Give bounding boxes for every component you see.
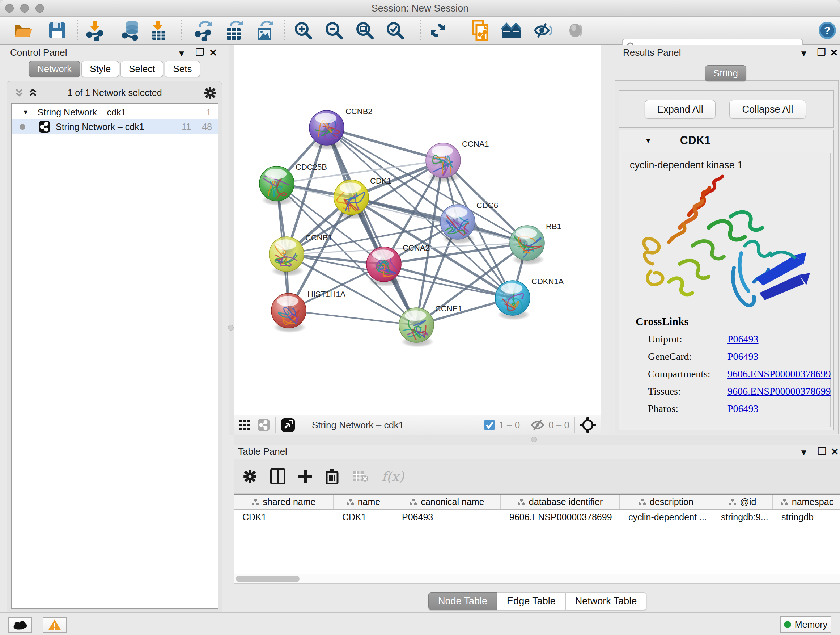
grid-view-icon[interactable] [238, 419, 251, 431]
results-panel-close-button[interactable]: ✕ [830, 47, 838, 59]
tab-select[interactable]: Select [120, 61, 163, 77]
table-panel-menu-arrow[interactable]: ▼ [799, 448, 808, 458]
string-home-button[interactable] [501, 20, 521, 41]
node-HIST1H1A[interactable]: HIST1H1A [271, 290, 346, 333]
birdseye-view-icon[interactable] [281, 418, 295, 432]
crosslink-link[interactable]: 9606.ENSP00000378699 [728, 386, 831, 397]
edge-CCNE1-HIST1H1A[interactable] [289, 310, 416, 325]
column-header-database-identifier[interactable]: database identifier [501, 494, 620, 509]
node-CCNB2[interactable]: CCNB2 [309, 107, 373, 150]
tab-network[interactable]: Network [29, 61, 80, 77]
cdk1-section-header[interactable]: ▼ CDK1 [619, 130, 834, 150]
table-cell[interactable]: 9606.ENSP00000378699 [501, 510, 620, 524]
open-session-button[interactable] [13, 20, 34, 41]
zoom-selected-button[interactable] [385, 20, 405, 41]
refresh-button[interactable] [428, 20, 448, 41]
tree-expand-arrow-icon[interactable]: ▼ [22, 109, 29, 116]
crosslink-link[interactable]: P06493 [728, 351, 759, 362]
add-column-icon[interactable] [298, 469, 313, 484]
table-hscrollbar-thumb[interactable] [236, 576, 300, 582]
export-image-button[interactable] [254, 20, 275, 41]
cloud-button[interactable] [8, 617, 32, 633]
table-panel-close-button[interactable]: ✕ [831, 446, 839, 458]
left-splitter[interactable] [229, 45, 234, 435]
table-cell[interactable]: CDK1 [333, 510, 393, 524]
node-CDKN1A[interactable]: CDKN1A [495, 277, 564, 320]
help-button[interactable]: ? [817, 20, 837, 41]
tab-edge-table[interactable]: Edge Table [497, 592, 565, 610]
crosslink-label: Tissues: [648, 386, 728, 397]
crosslink-link[interactable]: P06493 [728, 333, 759, 345]
delete-column-icon[interactable] [325, 469, 339, 485]
tab-string[interactable]: String [705, 65, 746, 81]
bottom-splitter-handle[interactable] [531, 437, 537, 442]
import-database-button[interactable] [121, 20, 141, 41]
network-collection-row[interactable]: ▼ String Network – cdk1 1 [11, 105, 218, 119]
node-RB1[interactable]: RB1 [510, 222, 561, 265]
hidden-eye-slash-icon [531, 419, 545, 431]
node-CDK1[interactable]: CDK1 [334, 176, 392, 219]
collapse-all-button[interactable]: Collapse All [729, 100, 806, 119]
table-gear-icon[interactable] [243, 469, 257, 484]
tab-style[interactable]: Style [81, 61, 119, 77]
column-header-description[interactable]: description [620, 494, 712, 509]
memory-button[interactable]: Memory [780, 616, 831, 633]
node-table-row[interactable]: CDK1CDK1P064939606.ENSP00000378699cyclin… [234, 510, 840, 524]
save-session-button[interactable] [47, 20, 67, 41]
section-collapse-arrow-icon[interactable]: ▼ [645, 136, 652, 145]
table-cell[interactable]: P06493 [393, 510, 501, 524]
node-CCNA1[interactable]: CCNA1 [426, 139, 489, 182]
column-header-namespac[interactable]: namespac [773, 494, 840, 509]
table-cell[interactable]: CDK1 [234, 510, 333, 524]
warnings-button[interactable] [43, 617, 66, 633]
zoom-fit-button[interactable] [355, 20, 375, 41]
column-header--id[interactable]: @id [712, 494, 773, 509]
network-row-selected[interactable]: String Network – cdk1 11 48 [11, 119, 218, 134]
zoom-out-button[interactable] [324, 20, 344, 41]
expand-all-button[interactable]: Expand All [645, 100, 715, 119]
show-columns-icon[interactable] [270, 469, 286, 485]
bottom-splitter[interactable] [234, 435, 840, 445]
table-hscrollbar[interactable] [234, 574, 840, 583]
zoom-in-button[interactable] [293, 20, 313, 41]
table-cell[interactable]: stringdb [773, 510, 840, 524]
import-network-button[interactable] [85, 20, 105, 41]
houses-icon [501, 22, 521, 38]
control-panel-float-button[interactable]: ❐ [195, 46, 204, 58]
node-CDC25B[interactable]: CDC25B [259, 163, 327, 206]
show-panel-button[interactable] [565, 20, 585, 41]
control-panel-close-button[interactable]: ✕ [209, 47, 218, 59]
control-panel-menu-arrow[interactable]: ▼ [177, 49, 186, 59]
tab-network-table[interactable]: Network Table [565, 592, 647, 610]
import-table-button[interactable] [148, 20, 169, 41]
export-table-button[interactable] [224, 20, 244, 41]
network-canvas[interactable]: CCNB2CCNA1CDC25BCDK1CDC6RB1CCNB1CCNA2CDK… [234, 45, 601, 415]
gear-icon[interactable] [204, 87, 217, 100]
column-header-shared-name[interactable]: shared name [234, 494, 333, 509]
left-splitter-handle[interactable] [228, 325, 234, 331]
crosshair-icon[interactable] [580, 417, 596, 433]
control-panel-title: Control Panel [10, 47, 67, 58]
table-cell[interactable]: stringdb:9... [712, 510, 773, 524]
node-CCNB1[interactable]: CCNB1 [269, 233, 332, 276]
crosslink-link[interactable]: P06493 [728, 403, 759, 414]
node-layer: CCNB2CCNA1CDC25BCDK1CDC6RB1CCNB1CCNA2CDK… [259, 107, 564, 347]
crosslink-link[interactable]: 9606.ENSP00000378699 [728, 368, 831, 379]
export-network-button[interactable] [193, 20, 213, 41]
clear-table-icon-disabled [352, 470, 369, 483]
tab-node-table[interactable]: Node Table [428, 592, 497, 610]
tab-sets[interactable]: Sets [164, 61, 200, 77]
node-CCNE1[interactable]: CCNE1 [397, 304, 462, 347]
column-header-name[interactable]: name [333, 494, 393, 509]
table-cell[interactable]: cyclin-dependent ... [620, 510, 712, 524]
hide-panel-button[interactable] [532, 20, 553, 41]
network-share-icon[interactable] [257, 418, 270, 432]
table-panel-float-button[interactable]: ❐ [818, 445, 827, 457]
edge-CDK1-RB1[interactable] [351, 197, 527, 243]
network-from-clipboard-button[interactable] [470, 20, 490, 41]
results-panel-menu-arrow[interactable]: ▼ [799, 49, 808, 59]
selected-checkbox-icon[interactable] [484, 419, 495, 431]
column-header-canonical-name[interactable]: canonical name [393, 494, 501, 509]
results-panel-float-button[interactable]: ❐ [817, 46, 826, 58]
node-CDC6[interactable]: CDC6 [440, 201, 498, 244]
